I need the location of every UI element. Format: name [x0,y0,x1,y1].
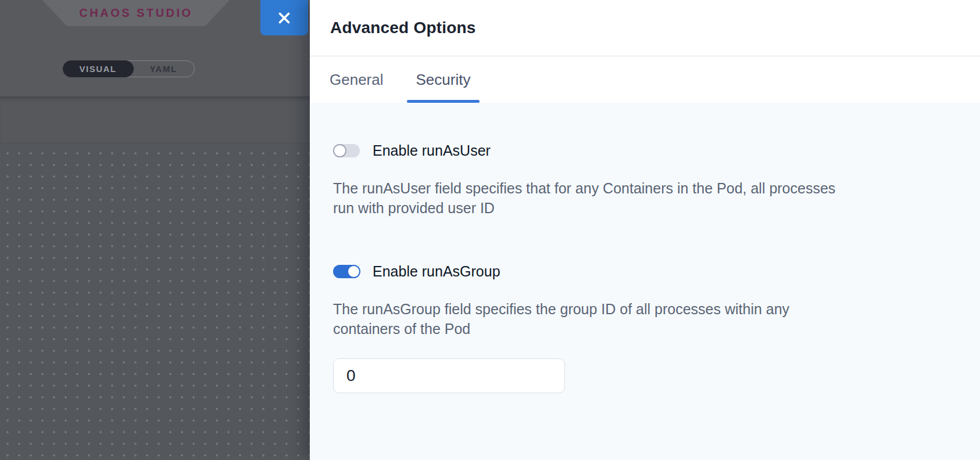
description-line: containers of the Pod [333,319,957,339]
tab-general[interactable]: General [320,56,393,103]
screen: CHAOS STUDIO VISUAL YAML Advanced Option… [0,0,980,460]
drawer-title: Advanced Options [330,19,476,37]
chaos-studio-background: CHAOS STUDIO VISUAL YAML [0,0,310,460]
run-as-user-description: The runAsUser field specifies that for a… [333,178,957,218]
run-as-group-value-input[interactable] [333,358,565,393]
run-as-user-label: Enable runAsUser [373,142,491,159]
toggle-knob [347,265,360,278]
description-line: The runAsGroup field specifies the group… [333,299,957,319]
close-icon [277,11,291,25]
canvas-toolbar [0,98,310,143]
advanced-options-drawer: Advanced Options General Security Enable… [310,0,980,460]
tab-visual[interactable]: VISUAL [63,60,134,77]
tab-visual-label: VISUAL [79,64,116,74]
run-as-group-description: The runAsGroup field specifies the group… [333,299,957,339]
view-mode-toggle: VISUAL YAML [63,60,195,77]
run-as-group-row: Enable runAsGroup [333,264,957,278]
drawer-header: Advanced Options [310,0,980,56]
description-line: The runAsUser field specifies that for a… [333,178,957,198]
tab-security[interactable]: Security [407,56,480,103]
app-banner-title: CHAOS STUDIO [79,6,192,20]
close-drawer-button[interactable] [260,0,308,35]
description-line: run with provided user ID [333,198,957,218]
toggle-knob [333,144,346,157]
security-tab-panel: Enable runAsUser The runAsUser field spe… [310,103,980,460]
tab-general-label: General [330,71,384,89]
drawer-tabs: General Security [310,56,980,103]
run-as-group-label: Enable runAsGroup [373,263,500,280]
run-as-group-toggle[interactable] [333,265,360,278]
run-as-user-toggle[interactable] [333,144,360,157]
tab-security-label: Security [416,71,471,89]
app-banner: CHAOS STUDIO [42,0,230,26]
tab-yaml[interactable]: YAML [133,61,194,77]
run-as-user-row: Enable runAsUser [333,143,957,157]
tab-yaml-label: YAML [149,64,177,74]
canvas-dot-grid [0,143,310,458]
